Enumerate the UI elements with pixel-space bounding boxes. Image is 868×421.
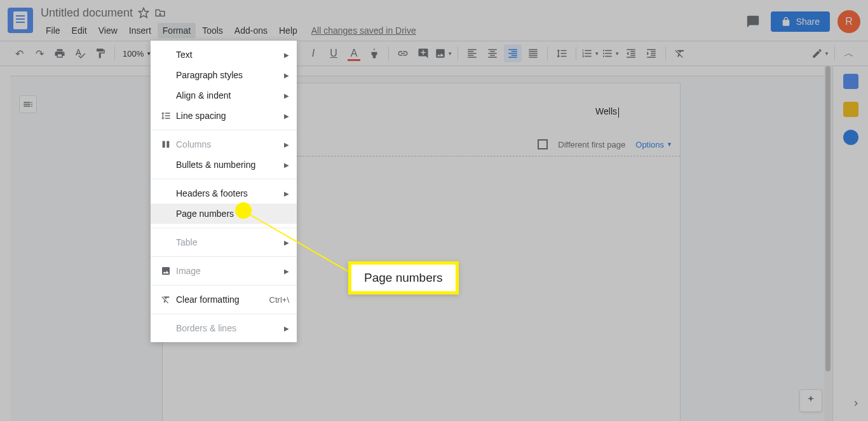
menu-view[interactable]: View: [93, 23, 123, 38]
format-menu-borders-lines: Borders & lines▶: [151, 318, 297, 338]
header-controls: Different first page Options▼: [538, 139, 672, 149]
menu-item-label: Align & indent: [176, 90, 284, 100]
header-options-button[interactable]: Options▼: [635, 140, 672, 149]
editing-mode-button[interactable]: ▼: [811, 45, 829, 62]
text-color-button[interactable]: A: [345, 45, 363, 62]
callout-dot: [235, 202, 252, 219]
bulleted-list-button[interactable]: ▼: [602, 45, 620, 62]
document-title[interactable]: Untitled document: [41, 6, 133, 20]
share-label: Share: [796, 17, 820, 27]
menu-edit[interactable]: Edit: [67, 23, 92, 38]
workspace: Wells Different first page Options▼: [0, 66, 868, 421]
menu-help[interactable]: Help: [274, 23, 302, 38]
menu-file[interactable]: File: [41, 23, 65, 38]
menu-item-label: Columns: [176, 139, 284, 149]
share-button[interactable]: Share: [771, 11, 830, 32]
menu-tools[interactable]: Tools: [197, 23, 228, 38]
outline-button[interactable]: [19, 95, 37, 113]
menu-separator: [151, 179, 297, 179]
explore-button[interactable]: [799, 389, 822, 412]
link-button[interactable]: [394, 45, 412, 62]
line-spacing-icon: [158, 111, 173, 121]
align-right-button[interactable]: [504, 45, 522, 62]
align-left-button[interactable]: [463, 45, 481, 62]
columns-icon: [158, 139, 173, 149]
highlight-button[interactable]: [365, 45, 383, 62]
menu-separator: [151, 285, 297, 286]
menu-item-label: Line spacing: [176, 111, 284, 121]
indent-button[interactable]: [642, 45, 660, 62]
menu-item-label: Bullets & numbering: [176, 160, 284, 170]
collapse-toolbar-button[interactable]: ︿: [840, 45, 858, 62]
menu-item-label: Paragraph styles: [176, 70, 284, 80]
print-button[interactable]: [51, 45, 69, 62]
keep-icon[interactable]: [843, 102, 858, 117]
submenu-arrow-icon: ▶: [284, 92, 289, 99]
callout-box: Page numbers: [348, 261, 459, 294]
paint-format-button[interactable]: [92, 45, 109, 62]
zoom-select[interactable]: 100%▼: [120, 49, 154, 59]
vertical-scrollbar[interactable]: [824, 66, 832, 421]
canvas: Wells Different first page Options▼: [10, 66, 832, 421]
format-menu-clear-formatting[interactable]: Clear formattingCtrl+\: [151, 289, 297, 310]
submenu-arrow-icon: ▶: [284, 162, 289, 169]
spellcheck-button[interactable]: [71, 45, 89, 62]
toolbar: ↶ ↷ 100%▼ 11 ▼ B I U A ▼ ▼ ▼ ▼ ︿: [0, 41, 868, 66]
format-menu-align-indent[interactable]: Align & indent▶: [151, 85, 297, 106]
format-menu-line-spacing[interactable]: Line spacing▶: [151, 106, 297, 126]
redo-button[interactable]: ↷: [31, 45, 48, 62]
submenu-arrow-icon: ▶: [284, 52, 289, 59]
submenu-arrow-icon: ▶: [284, 239, 289, 246]
menu-separator: [151, 130, 297, 130]
underline-button[interactable]: U: [325, 45, 342, 62]
save-status[interactable]: All changes saved in Drive: [311, 23, 416, 38]
menubar: File Edit View Insert Format Tools Add-o…: [41, 23, 743, 38]
tasks-icon[interactable]: [843, 130, 858, 145]
menu-item-label: Clear formatting: [176, 294, 269, 305]
menu-format[interactable]: Format: [158, 23, 196, 38]
image-button[interactable]: ▼: [435, 45, 452, 62]
align-justify-button[interactable]: [524, 45, 542, 62]
format-menu-columns: Columns▶: [151, 134, 297, 155]
clear-formatting-button[interactable]: [671, 45, 689, 62]
submenu-arrow-icon: ▶: [284, 190, 289, 197]
format-menu-bullets-numbering[interactable]: Bullets & numbering▶: [151, 155, 297, 175]
svg-marker-0: [139, 8, 149, 18]
menu-addons[interactable]: Add-ons: [229, 23, 273, 38]
format-menu-page-numbers[interactable]: Page numbers: [151, 204, 297, 224]
menu-insert[interactable]: Insert: [124, 23, 156, 38]
calendar-icon[interactable]: [843, 74, 858, 89]
comments-button[interactable]: [743, 11, 763, 32]
menu-shortcut: Ctrl+\: [269, 295, 289, 305]
submenu-arrow-icon: ▶: [284, 72, 289, 79]
format-menu-text[interactable]: Text▶: [151, 45, 297, 65]
different-first-page-checkbox[interactable]: [538, 139, 548, 149]
numbered-list-button[interactable]: ▼: [581, 45, 599, 62]
menu-separator: [151, 256, 297, 257]
menu-item-label: Borders & lines: [176, 323, 284, 333]
move-icon[interactable]: [154, 7, 166, 18]
header-text[interactable]: Wells: [595, 106, 619, 118]
align-center-button[interactable]: [484, 45, 501, 62]
star-icon[interactable]: [138, 7, 149, 18]
format-dropdown: Text▶Paragraph styles▶Align & indent▶Lin…: [151, 41, 297, 342]
user-avatar[interactable]: R: [837, 10, 860, 33]
horizontal-ruler: [10, 66, 832, 76]
docs-logo[interactable]: [8, 8, 33, 33]
menu-item-label: Table: [176, 237, 284, 247]
side-panel: [832, 66, 868, 421]
menu-item-label: Image: [176, 266, 284, 276]
clear-icon: [158, 294, 173, 305]
scrollbar-thumb[interactable]: [825, 66, 831, 371]
italic-button[interactable]: I: [304, 45, 322, 62]
format-menu-paragraph-styles[interactable]: Paragraph styles▶: [151, 65, 297, 85]
submenu-arrow-icon: ▶: [284, 268, 289, 275]
format-menu-image: Image▶: [151, 261, 297, 281]
submenu-arrow-icon: ▶: [284, 141, 289, 148]
format-menu-headers-footers[interactable]: Headers & footers▶: [151, 183, 297, 204]
undo-button[interactable]: ↶: [10, 45, 28, 62]
line-spacing-button[interactable]: [553, 45, 571, 62]
side-panel-expand[interactable]: ›: [854, 396, 858, 410]
outdent-button[interactable]: [622, 45, 640, 62]
comment-button[interactable]: [414, 45, 432, 62]
